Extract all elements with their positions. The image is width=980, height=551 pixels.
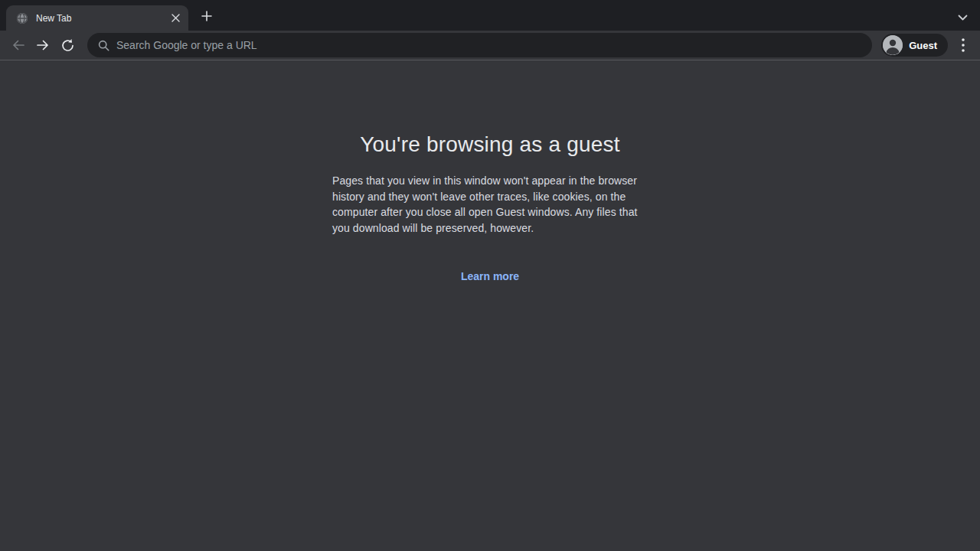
reload-icon xyxy=(60,38,75,53)
forward-arrow-icon xyxy=(35,37,51,53)
globe-icon xyxy=(16,12,28,24)
guest-message-card: You're browsing as a guest Pages that yo… xyxy=(332,60,648,550)
search-icon xyxy=(98,40,109,51)
browser-toolbar: Guest xyxy=(0,31,980,60)
address-input[interactable] xyxy=(116,39,861,51)
three-dot-menu-icon xyxy=(962,38,965,52)
plus-icon xyxy=(201,11,212,21)
address-bar[interactable] xyxy=(87,33,872,57)
new-tab-button[interactable] xyxy=(196,5,217,27)
guest-new-tab-page: You're browsing as a guest Pages that yo… xyxy=(0,60,980,550)
guest-avatar-icon xyxy=(883,35,903,55)
close-icon[interactable] xyxy=(168,11,182,25)
profile-label: Guest xyxy=(909,40,937,51)
chevron-down-icon xyxy=(958,15,968,21)
browser-menu-button[interactable] xyxy=(952,34,974,56)
back-arrow-icon xyxy=(11,37,26,53)
tab-title: New Tab xyxy=(36,13,168,24)
profile-chip-guest[interactable]: Guest xyxy=(881,34,948,57)
tab-strip: New Tab xyxy=(0,0,980,31)
tab-new-tab[interactable]: New Tab xyxy=(6,5,188,31)
guest-description-text: Pages that you view in this window won't… xyxy=(332,173,648,236)
tab-search-chevron-button[interactable] xyxy=(956,11,969,24)
back-button[interactable] xyxy=(8,34,29,56)
forward-button[interactable] xyxy=(32,34,54,56)
learn-more-link[interactable]: Learn more xyxy=(461,270,519,282)
reload-button[interactable] xyxy=(57,34,78,56)
page-title: You're browsing as a guest xyxy=(332,132,648,158)
